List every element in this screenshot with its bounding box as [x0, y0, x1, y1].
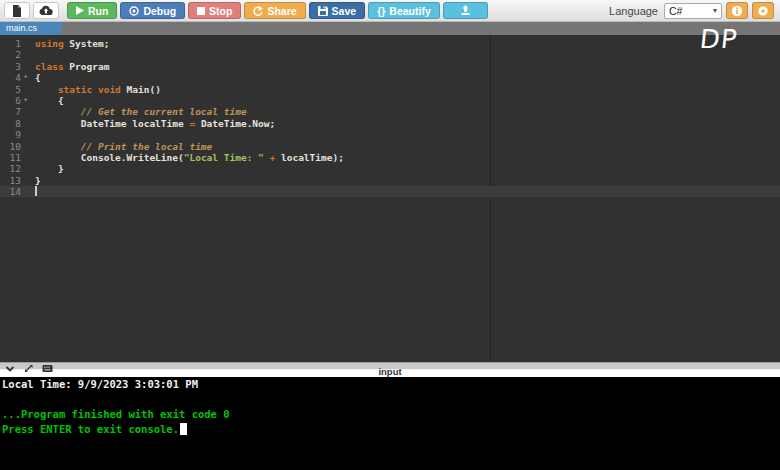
code-line: 9 [0, 129, 780, 140]
stdin-input-field[interactable]: input [0, 367, 780, 377]
language-label: Language [609, 5, 658, 17]
line-number: 2 [0, 49, 21, 60]
text-cursor [35, 186, 37, 196]
info-icon [731, 5, 743, 17]
share-button[interactable]: Share [244, 2, 305, 19]
beautify-button[interactable]: {} Beautify [368, 2, 440, 19]
gear-icon [757, 5, 769, 17]
run-label: Run [88, 5, 108, 17]
chevron-down-icon: ▾ [713, 6, 717, 15]
toolbar-right: Language C# ▾ [609, 2, 774, 19]
run-button[interactable]: Run [67, 2, 117, 19]
fold-icon[interactable]: ▾ [21, 72, 30, 83]
code-line: 1using System; [0, 38, 780, 49]
console-line [2, 393, 778, 408]
code-line: 14 [0, 186, 780, 197]
line-number: 11 [0, 152, 21, 163]
tab-bar: main.cs [0, 22, 780, 35]
line-number: 9 [0, 129, 21, 140]
file-icon [12, 5, 22, 17]
dp-watermark: DP [698, 24, 739, 54]
line-number: 4 [0, 72, 21, 83]
code-line: 11 Console.WriteLine("Local Time: " + lo… [0, 152, 780, 163]
toolbar: Run Debug Stop Share Save {} [0, 0, 780, 22]
line-number: 10 [0, 141, 21, 152]
tab-label: main.cs [6, 23, 37, 33]
upload-button[interactable] [443, 2, 488, 19]
line-number: 5 [0, 84, 21, 95]
upload-icon [460, 5, 471, 16]
code-line: 6▾ { [0, 95, 780, 106]
terminal-cursor [180, 423, 187, 435]
debug-circle-icon [129, 6, 139, 16]
console-line: Press ENTER to exit console. [2, 423, 778, 438]
new-file-button[interactable] [4, 2, 30, 19]
fold-icon[interactable]: ▾ [21, 95, 30, 106]
share-label: Share [267, 5, 296, 17]
info-button[interactable] [726, 2, 748, 19]
floppy-icon [318, 6, 328, 16]
line-number: 1 [0, 38, 21, 49]
console-line: ...Program finished with exit code 0 [2, 408, 778, 423]
cloud-upload-icon [39, 5, 53, 16]
code-line: 13} [0, 175, 780, 186]
code-line: 4▾{ [0, 72, 780, 83]
upload-project-button[interactable] [33, 2, 59, 19]
code-line: 8 DateTime localTime = DateTime.Now; [0, 118, 780, 129]
braces-icon: {} [377, 5, 385, 17]
share-arrow-icon [253, 6, 263, 16]
code-line: 5 static void Main() [0, 84, 780, 95]
code-line: 7 // Get the current local time [0, 106, 780, 117]
console-line: Local Time: 9/9/2023 3:03:01 PM [2, 378, 778, 393]
console-toolbar: input [0, 362, 780, 377]
code-line: 10 // Print the local time [0, 141, 780, 152]
ide-window: Run Debug Stop Share Save {} [0, 0, 780, 470]
beautify-label: Beautify [389, 5, 430, 17]
language-select[interactable]: C# ▾ [664, 3, 722, 19]
save-label: Save [332, 5, 357, 17]
line-number: 13 [0, 175, 21, 186]
debug-button[interactable]: Debug [120, 2, 185, 19]
line-number: 12 [0, 163, 21, 174]
stop-square-icon [197, 7, 205, 15]
line-number: 8 [0, 118, 21, 129]
tab-main-cs[interactable]: main.cs [0, 22, 62, 35]
line-number: 3 [0, 61, 21, 72]
line-number: 14 [0, 186, 21, 197]
line-number: 6 [0, 95, 21, 106]
code-editor[interactable]: 1using System;23class Program4▾{5 static… [0, 35, 780, 362]
code-line: 2 [0, 49, 780, 60]
editor-lines: 1using System;23class Program4▾{5 static… [0, 35, 780, 197]
stop-button[interactable]: Stop [188, 2, 241, 19]
language-value: C# [669, 5, 682, 17]
play-icon [76, 6, 84, 15]
stop-label: Stop [209, 5, 232, 17]
code-line: 3class Program [0, 61, 780, 72]
code-line: 12 } [0, 163, 780, 174]
console-output[interactable]: Local Time: 9/9/2023 3:03:01 PM...Progra… [0, 377, 780, 470]
settings-button[interactable] [752, 2, 774, 19]
debug-label: Debug [143, 5, 176, 17]
save-button[interactable]: Save [309, 2, 366, 19]
line-number: 7 [0, 106, 21, 117]
